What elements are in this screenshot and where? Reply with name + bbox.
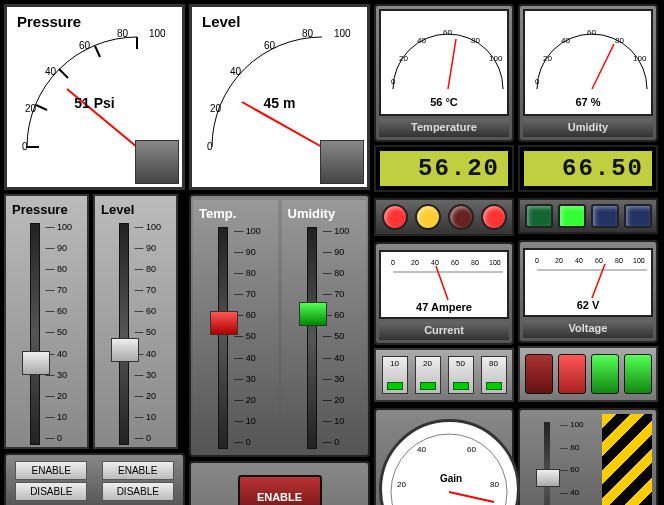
svg-text:40: 40	[45, 66, 57, 77]
temp-enable-button[interactable]: ENABLE	[238, 475, 322, 505]
umidity-slider-label: Umidity	[284, 204, 365, 227]
svg-text:80: 80	[615, 257, 623, 264]
level-gauge: Level 020 4060 80100 45 m	[189, 4, 370, 190]
pressure-slider-knob[interactable]	[22, 351, 50, 375]
led-red-2	[481, 204, 507, 230]
umidity-slider[interactable]: — 100— 90— 80— 70— 60— 50— 40— 30— 20— 1…	[289, 227, 359, 447]
svg-line-33	[449, 492, 494, 502]
level-slider-label: Level	[97, 200, 174, 223]
level-enable-button[interactable]: ENABLE	[102, 461, 174, 480]
led-red-1	[382, 204, 408, 230]
voltage-rockers	[518, 346, 658, 402]
svg-text:0: 0	[391, 259, 395, 266]
svg-line-50	[592, 264, 605, 298]
rocker-2[interactable]	[558, 354, 586, 394]
sq-led-4	[624, 204, 652, 228]
temp-slider-panel: Temp. — 100— 90— 80— 70— 60— 50— 40— 30—…	[193, 200, 278, 451]
svg-text:40: 40	[417, 36, 426, 45]
pressure-slider-label: Pressure	[8, 200, 85, 223]
svg-line-3	[95, 46, 100, 57]
svg-line-1	[36, 105, 47, 110]
svg-text:80: 80	[615, 36, 624, 45]
humidity-lcd: 66.50	[518, 145, 658, 192]
level-slider-knob[interactable]	[111, 338, 139, 362]
svg-text:0: 0	[535, 77, 540, 86]
pressure-value: 51 Psi	[74, 95, 114, 111]
svg-line-17	[448, 39, 456, 89]
umidity-slider-panel: Umidity — 100— 90— 80— 70— 60— 50— 40— 3…	[282, 200, 367, 451]
svg-text:20: 20	[25, 103, 37, 114]
svg-text:0: 0	[391, 77, 396, 86]
rocker-1[interactable]	[525, 354, 553, 394]
sq-led-2	[558, 204, 586, 228]
toggle-10[interactable]: 10	[382, 356, 408, 394]
svg-text:100: 100	[633, 54, 647, 63]
svg-text:60: 60	[264, 40, 276, 51]
svg-text:80: 80	[471, 36, 480, 45]
led-strip-b	[518, 198, 658, 234]
hazard-stripe	[602, 414, 652, 505]
sq-led-1	[525, 204, 553, 228]
humidity-gauge: 020 4060 80100 67 %	[523, 9, 653, 116]
rocker-4[interactable]	[624, 354, 652, 394]
svg-text:20: 20	[555, 257, 563, 264]
svg-text:0: 0	[207, 141, 213, 152]
temperature-lcd-value: 56.20	[380, 151, 508, 186]
svg-text:80: 80	[471, 259, 479, 266]
current-label: Current	[379, 322, 509, 340]
toggle-20[interactable]: 20	[415, 356, 441, 394]
rocker-3[interactable]	[591, 354, 619, 394]
svg-text:100: 100	[633, 257, 645, 264]
svg-text:0: 0	[535, 257, 539, 264]
svg-text:40: 40	[575, 257, 583, 264]
toggle-50[interactable]: 50	[448, 356, 474, 394]
temperature-label: Temperature	[379, 119, 509, 137]
svg-text:0: 0	[22, 141, 28, 152]
svg-text:80: 80	[302, 28, 314, 39]
svg-text:20: 20	[543, 54, 552, 63]
svg-text:100: 100	[334, 28, 351, 39]
svg-text:60: 60	[467, 445, 476, 454]
svg-line-2	[59, 69, 68, 78]
pressure-disable-button[interactable]: DISABLE	[15, 482, 87, 501]
level-disable-button[interactable]: DISABLE	[102, 482, 174, 501]
current-value: 47 Ampere	[416, 301, 472, 313]
temp-slider-label: Temp.	[195, 204, 276, 227]
temp-slider-knob[interactable]	[210, 311, 238, 335]
temp-slider[interactable]: — 100— 90— 80— 70— 60— 50— 40— 30— 20— 1…	[200, 227, 270, 447]
humidity-lcd-value: 66.50	[524, 151, 652, 186]
led-dark-red	[448, 204, 474, 230]
pressure-enable-button[interactable]: ENABLE	[15, 461, 87, 480]
level-slider[interactable]: — 100— 90— 80— 70— 60— 50— 40— 30— 20— 1…	[101, 223, 171, 443]
humidity-label: Umidity	[523, 119, 653, 137]
svg-text:100: 100	[489, 259, 501, 266]
sq-led-3	[591, 204, 619, 228]
svg-line-25	[436, 266, 448, 300]
level-slider-panel: Level — 100— 90— 80— 70— 60— 50— 40— 30—…	[93, 194, 178, 449]
umidity-slider-knob[interactable]	[299, 302, 327, 326]
gauge-corner	[135, 140, 179, 184]
temperature-lcd: 56.20	[374, 145, 514, 192]
humidity-value: 67 %	[575, 96, 600, 108]
svg-text:20: 20	[210, 103, 222, 114]
svg-text:40: 40	[417, 445, 426, 454]
led-yellow	[415, 204, 441, 230]
led-strip-a	[374, 198, 514, 236]
svg-text:60: 60	[79, 40, 91, 51]
gain-slider-knob[interactable]	[536, 469, 560, 487]
temperature-gauge: 020 4060 80100 56 °C	[379, 9, 509, 116]
voltage-meter: 020 4060 80100 62 V	[523, 248, 653, 317]
svg-text:100: 100	[149, 28, 166, 39]
level-value: 45 m	[264, 95, 296, 111]
gain-slider[interactable]: — 100— 80— 60— 40— 20— 0	[524, 414, 598, 505]
svg-text:40: 40	[561, 36, 570, 45]
svg-text:60: 60	[451, 259, 459, 266]
voltage-value: 62 V	[577, 299, 600, 311]
pressure-slider[interactable]: — 100— 90— 80— 70— 60— 50— 40— 30— 20— 1…	[12, 223, 82, 443]
svg-text:80: 80	[117, 28, 129, 39]
voltage-label: Voltage	[523, 320, 653, 338]
pressure-slider-panel: Pressure — 100— 90— 80— 70— 60— 50— 40— …	[4, 194, 89, 449]
toggle-80[interactable]: 80	[481, 356, 507, 394]
svg-text:100: 100	[489, 54, 503, 63]
svg-point-32	[391, 434, 507, 505]
